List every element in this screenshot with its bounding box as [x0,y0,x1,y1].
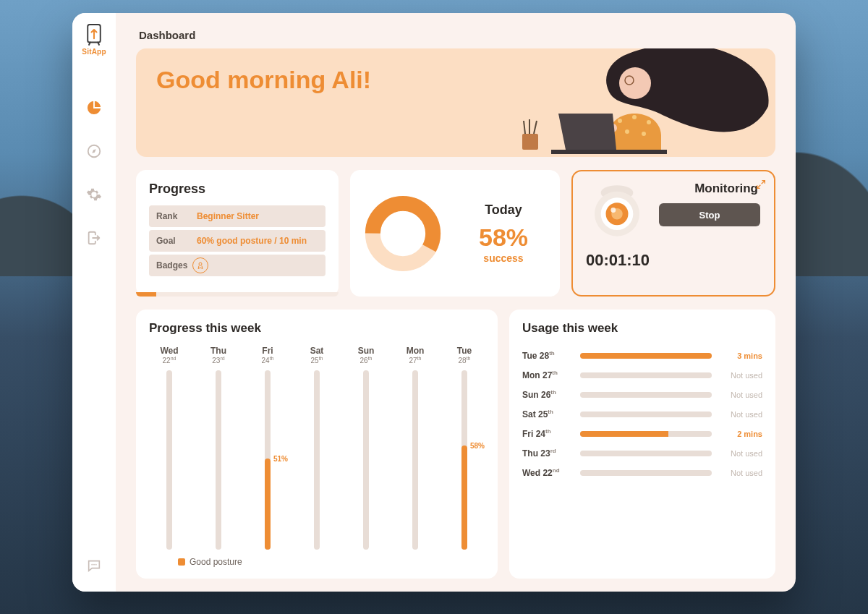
svg-line-13 [524,121,525,134]
progress-day-column: Sun26th [349,346,383,550]
usage-value: Not used [719,371,762,380]
progress-title: Progress [149,182,326,197]
day-name: Fri [262,346,273,356]
day-name: Mon [407,346,425,356]
svg-point-7 [618,119,622,123]
progress-day-column: Tue28th58% [447,346,482,550]
legend-label: Good posture [190,557,242,567]
stop-button[interactable]: Stop [659,203,760,226]
progress-bar [136,292,339,297]
usage-row: Sun 26thNot used [522,389,762,400]
svg-point-10 [625,129,629,134]
svg-point-16 [199,263,202,265]
usage-bar [580,470,712,476]
usage-value: 3 mins [719,351,762,360]
day-track [216,370,221,550]
progress-week-legend: Good posture [149,557,485,567]
today-title: Today [460,202,547,218]
svg-point-24 [610,208,616,213]
rank-value: Beginner Sitter [192,211,259,221]
pie-chart-icon [86,100,102,116]
usage-bar [580,412,712,417]
svg-point-8 [632,115,637,119]
sidebar: SitApp [72,13,116,592]
logo-icon [84,23,104,46]
progress-day-column: Mon27th [398,346,433,550]
usage-bar [580,392,712,398]
goal-label: Goal [149,236,192,246]
usage-day-label: Sat 25th [522,409,573,419]
usage-row: Thu 23rdNot used [522,448,762,459]
usage-row: Fri 24th2 mins [522,428,762,439]
day-name: Sun [358,346,375,356]
progress-card: Progress Rank Beginner Sitter Goal 60% g… [136,170,339,297]
usage-bar [580,451,712,456]
usage-day-label: Fri 24th [522,428,573,439]
progress-day-column: Sat25th [299,346,334,550]
usage-value: 2 mins [719,430,762,438]
sidebar-item-chat[interactable] [85,557,103,574]
usage-row: Wed 22ndNot used [522,467,762,478]
usage-week-chart: Tue 28th3 minsMon 27thNot usedSun 26thNo… [522,346,762,478]
goal-value: 60% good posture / 10 min [192,236,307,246]
svg-line-15 [534,121,537,134]
progress-week-title: Progress this week [149,321,485,336]
progress-week-card: Progress this week Wed22ndThu23rdFri24th… [136,310,498,579]
day-track: 51% [265,370,271,550]
day-track: 58% [461,370,467,550]
day-date: 25th [311,356,323,364]
main-content: Dashboard Good morning Ali! [116,13,796,592]
day-name: Tue [457,346,472,356]
usage-day-label: Thu 23rd [522,448,573,459]
chat-icon [86,558,102,574]
day-date: 27th [409,356,422,364]
usage-value: Not used [719,469,762,477]
svg-point-9 [647,120,651,124]
progress-day-column: Fri24th51% [250,346,285,550]
usage-value: Not used [719,410,762,419]
sidebar-item-logout[interactable] [85,229,103,247]
expand-icon[interactable] [755,179,767,190]
svg-point-5 [619,67,651,99]
day-track [166,370,172,550]
progress-badges-row: Badges [149,255,326,276]
usage-bar [580,353,712,359]
sidebar-item-explore[interactable] [85,142,103,160]
progress-day-column: Thu23rd [201,346,236,550]
logout-icon [86,230,102,246]
day-value-label: 51% [273,455,288,463]
monitoring-title: Monitoring [694,182,758,196]
usage-bar [580,372,712,378]
today-subtitle: success [460,252,547,264]
day-track [363,370,369,550]
sidebar-item-settings[interactable] [85,186,103,203]
app-logo: SitApp [82,23,106,56]
day-value-label: 58% [470,442,485,450]
progress-day-column: Wed22nd [152,346,187,550]
usage-day-label: Mon 27th [522,370,573,380]
legend-swatch [178,558,185,566]
gear-icon [86,187,102,202]
progress-rank-row: Rank Beginner Sitter [149,205,326,227]
svg-point-11 [642,132,646,136]
camera-icon [586,182,648,244]
svg-point-3 [93,564,95,566]
usage-day-label: Sun 26th [522,389,573,400]
page-title: Dashboard [136,29,775,41]
sidebar-item-dashboard[interactable] [85,99,103,116]
hero-illustration [472,48,775,157]
day-date: 26th [360,356,373,364]
usage-value: Not used [719,391,762,399]
rank-label: Rank [149,211,192,221]
app-name: SitApp [82,48,106,56]
compass-icon [86,143,102,159]
usage-week-title: Usage this week [522,321,762,336]
svg-rect-12 [522,134,538,150]
day-date: 24th [262,356,274,364]
usage-value: Not used [719,449,762,458]
badge-icon [192,257,208,273]
today-donut-chart [363,194,443,273]
usage-row: Sat 25thNot used [522,409,762,419]
usage-week-card: Usage this week Tue 28th3 minsMon 27thNo… [509,310,775,579]
usage-bar [580,431,712,437]
